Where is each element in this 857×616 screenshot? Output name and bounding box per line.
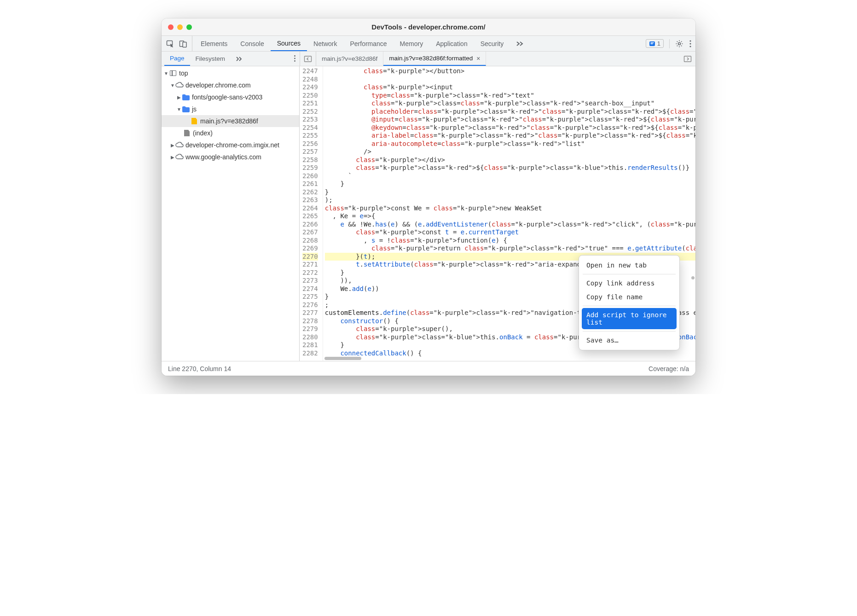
tab-elements[interactable]: Elements xyxy=(194,36,234,51)
subtab-page[interactable]: Page xyxy=(164,52,190,66)
tab-security[interactable]: Security xyxy=(474,36,510,51)
tab-network[interactable]: Network xyxy=(307,36,343,51)
status-bar: Line 2270, Column 14 Coverage: n/a xyxy=(162,361,695,376)
code-editor[interactable]: 2247224822492250225122522253225422552256… xyxy=(300,66,695,361)
svg-point-7 xyxy=(689,40,691,41)
tree-domain-imgix[interactable]: ▶ developer-chrome-com.imgix.net xyxy=(162,139,299,151)
svg-point-8 xyxy=(689,43,691,44)
context-menu-open-new-tab[interactable]: Open in new tab xyxy=(582,258,677,272)
tree-domain-ga[interactable]: ▶ www.google-analytics.com xyxy=(162,151,299,163)
tab-application[interactable]: Application xyxy=(429,36,474,51)
tab-sources[interactable]: Sources xyxy=(271,36,307,51)
tree-folder-js[interactable]: ▼ js xyxy=(162,103,299,115)
context-menu-save-as[interactable]: Save as… xyxy=(582,333,677,347)
cloud-icon xyxy=(175,154,184,160)
tree-label: fonts/google-sans-v2003 xyxy=(192,93,262,101)
tab-overflow[interactable] xyxy=(510,36,530,51)
context-menu-separator xyxy=(583,331,676,331)
issues-badge[interactable]: 1 xyxy=(646,39,664,48)
subtab-overflow[interactable] xyxy=(231,52,248,66)
tree-label: top xyxy=(179,70,188,77)
context-menu-separator xyxy=(583,306,676,306)
cloud-icon xyxy=(175,142,184,148)
file-tab-1[interactable]: main.js?v=e382d86f:formatted × xyxy=(383,52,486,66)
vertical-scrollbar[interactable] xyxy=(691,276,695,279)
tab-performance[interactable]: Performance xyxy=(343,36,393,51)
tree-label: js xyxy=(192,105,197,113)
nav-back-icon[interactable] xyxy=(304,55,312,63)
tree-label: (index) xyxy=(193,129,213,137)
svg-point-10 xyxy=(294,55,295,57)
main-area: ▼ top ▼ developer.chrome.com ▶ fo xyxy=(162,66,695,361)
horizontal-scrollbar[interactable] xyxy=(324,357,361,360)
svg-point-12 xyxy=(294,60,295,62)
sidebar-toggle-right-icon[interactable] xyxy=(680,52,695,66)
js-file-icon xyxy=(190,118,198,124)
tab-console[interactable]: Console xyxy=(234,36,270,51)
subtab-filesystem[interactable]: Filesystem xyxy=(190,52,231,66)
issues-icon xyxy=(649,41,655,47)
svg-rect-2 xyxy=(183,42,186,47)
folder-icon xyxy=(182,94,190,100)
cursor-position: Line 2270, Column 14 xyxy=(168,365,231,372)
tree-label: www.google-analytics.com xyxy=(185,153,261,161)
tree-top[interactable]: ▼ top xyxy=(162,67,299,79)
svg-point-9 xyxy=(689,46,691,47)
svg-rect-13 xyxy=(305,56,312,62)
titlebar: DevTools - developer.chrome.com/ xyxy=(162,18,695,36)
context-menu-add-ignore-list[interactable]: Add script to ignore list xyxy=(582,308,677,329)
navigator-sidebar: ▼ top ▼ developer.chrome.com ▶ fo xyxy=(162,66,300,361)
tree-file-mainjs[interactable]: main.js?v=e382d86f xyxy=(162,115,299,127)
file-tab-0[interactable]: main.js?v=e382d86f xyxy=(316,52,383,66)
tree-label: main.js?v=e382d86f xyxy=(200,117,258,125)
coverage-status: Coverage: n/a xyxy=(649,365,689,372)
context-menu: Open in new tab Copy link address Copy f… xyxy=(579,255,680,350)
svg-rect-14 xyxy=(684,56,691,62)
svg-point-11 xyxy=(294,58,295,59)
file-tab-label: main.js?v=e382d86f:formatted xyxy=(389,55,473,62)
window-title: DevTools - developer.chrome.com/ xyxy=(162,23,695,31)
navigator-more-icon[interactable] xyxy=(294,55,296,62)
svg-point-6 xyxy=(678,42,681,45)
tree-file-index[interactable]: (index) xyxy=(162,127,299,139)
tree-label: developer-chrome-com.imgix.net xyxy=(185,141,279,149)
issues-count: 1 xyxy=(657,40,660,47)
tree-label: developer.chrome.com xyxy=(185,81,251,89)
device-toolbar-icon[interactable] xyxy=(179,40,187,48)
settings-icon[interactable] xyxy=(675,40,683,48)
line-gutter: 2247224822492250225122522253225422552256… xyxy=(300,66,323,361)
secondary-toolbar: Page Filesystem main.js?v=e382d86f main.… xyxy=(162,52,695,66)
svg-rect-5 xyxy=(650,43,653,44)
cloud-icon xyxy=(175,82,184,88)
context-menu-copy-filename[interactable]: Copy file name xyxy=(582,290,677,304)
file-tree: ▼ top ▼ developer.chrome.com ▶ fo xyxy=(162,66,299,163)
context-menu-separator xyxy=(583,274,676,274)
svg-rect-4 xyxy=(650,42,654,43)
panel-tabs: Elements Console Sources Network Perform… xyxy=(194,36,642,51)
tree-folder-fonts[interactable]: ▶ fonts/google-sans-v2003 xyxy=(162,91,299,103)
tab-memory[interactable]: Memory xyxy=(394,36,430,51)
folder-icon xyxy=(182,106,190,112)
main-toolbar: Elements Console Sources Network Perform… xyxy=(162,36,695,52)
file-icon xyxy=(183,130,191,136)
close-tab-icon[interactable]: × xyxy=(476,55,480,62)
file-tab-label: main.js?v=e382d86f xyxy=(322,55,377,62)
more-options-icon[interactable] xyxy=(689,40,692,48)
devtools-window: DevTools - developer.chrome.com/ Element… xyxy=(162,18,695,376)
context-menu-copy-link[interactable]: Copy link address xyxy=(582,276,677,290)
tree-domain[interactable]: ▼ developer.chrome.com xyxy=(162,79,299,91)
inspect-element-icon[interactable] xyxy=(166,40,174,48)
